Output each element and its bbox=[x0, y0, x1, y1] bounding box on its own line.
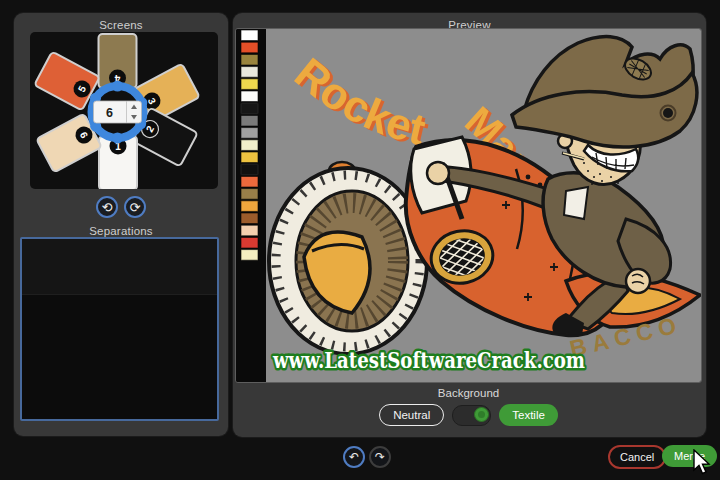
swatch[interactable] bbox=[241, 201, 258, 212]
swatch-list[interactable] bbox=[241, 30, 258, 260]
separations-panel-title: Separations bbox=[14, 219, 228, 237]
preview-panel: Preview bbox=[233, 13, 706, 437]
rider-shirt bbox=[564, 187, 588, 219]
swatch[interactable] bbox=[241, 164, 258, 175]
swatch-strip bbox=[236, 29, 266, 382]
swatch[interactable] bbox=[241, 42, 258, 53]
swatch[interactable] bbox=[241, 30, 258, 41]
screens-radial-svg: 4 3 2 1 6 bbox=[30, 32, 218, 189]
swatch[interactable] bbox=[241, 91, 258, 102]
swatch[interactable] bbox=[241, 237, 258, 248]
preview-image-area: Rocket Man bbox=[236, 29, 701, 382]
separations-list[interactable] bbox=[20, 237, 219, 421]
stepper-value: 6 bbox=[106, 106, 113, 120]
background-toggle[interactable] bbox=[452, 405, 491, 426]
swatch[interactable] bbox=[241, 54, 258, 65]
toggle-knob[interactable] bbox=[474, 407, 489, 422]
screens-separations-panel: Screens 4 3 2 1 bbox=[14, 13, 228, 436]
swatch[interactable] bbox=[241, 225, 258, 236]
screens-radial-view: 4 3 2 1 6 bbox=[30, 32, 218, 189]
screen-card-1[interactable]: 1 bbox=[99, 136, 137, 189]
swatch[interactable] bbox=[241, 115, 258, 126]
separations-list-row[interactable] bbox=[22, 239, 217, 295]
redo-icon: ↷ bbox=[375, 450, 385, 464]
app-window: { "app": {"panel_bg": "#383838", "accent… bbox=[0, 0, 720, 480]
background-controls: Neutral Textile bbox=[236, 404, 701, 426]
neutral-button[interactable]: Neutral bbox=[379, 404, 444, 426]
swatch[interactable] bbox=[241, 152, 258, 163]
screens-panel-title: Screens bbox=[14, 13, 228, 31]
cancel-button[interactable]: Cancel bbox=[608, 445, 666, 469]
rotate-cw-button[interactable]: ⟳ bbox=[124, 196, 146, 218]
textile-button[interactable]: Textile bbox=[499, 404, 558, 426]
screen-count-stepper[interactable]: 6 bbox=[94, 101, 142, 123]
swatch[interactable] bbox=[241, 213, 258, 224]
background-section-label: Background bbox=[236, 387, 701, 399]
screen-card-4[interactable]: 4 bbox=[99, 34, 137, 88]
rotate-buttons-row: ⟲ ⟳ bbox=[14, 196, 228, 218]
rotate-cw-icon: ⟳ bbox=[130, 200, 141, 215]
swatch[interactable] bbox=[241, 67, 258, 78]
rotate-ccw-button[interactable]: ⟲ bbox=[96, 196, 118, 218]
hat-hole bbox=[663, 108, 673, 118]
swatch[interactable] bbox=[241, 189, 258, 200]
artwork-canvas: Rocket Man bbox=[266, 29, 701, 382]
swatch[interactable] bbox=[241, 140, 258, 151]
swatch[interactable] bbox=[241, 176, 258, 187]
swatch[interactable] bbox=[241, 103, 258, 114]
watermark-text: www.LatestSoftwareCrack.com bbox=[272, 346, 585, 373]
swatch[interactable] bbox=[241, 128, 258, 139]
redo-button[interactable]: ↷ bbox=[369, 446, 391, 468]
swatch[interactable] bbox=[241, 79, 258, 90]
undo-button[interactable]: ↶ bbox=[343, 446, 365, 468]
rotate-ccw-icon: ⟲ bbox=[102, 200, 113, 215]
swatch[interactable] bbox=[241, 250, 258, 261]
merge-button[interactable]: Merge bbox=[662, 445, 717, 467]
undo-icon: ↶ bbox=[349, 450, 359, 464]
rider-hand bbox=[427, 162, 449, 184]
